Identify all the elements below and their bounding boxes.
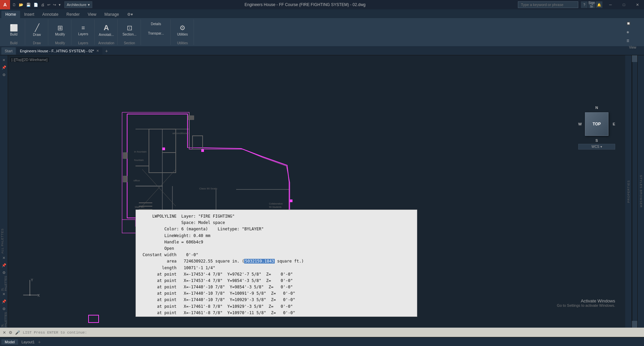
tab-render[interactable]: Render bbox=[62, 11, 84, 18]
tab-extra[interactable]: ⚙▾ bbox=[123, 11, 137, 18]
close-button[interactable]: ✕ bbox=[631, 0, 644, 9]
draw-button[interactable]: ╱ Draw bbox=[29, 21, 45, 40]
tab-manage[interactable]: Manage bbox=[100, 11, 123, 18]
build-button[interactable]: ⬜ Build bbox=[5, 21, 22, 40]
layers-icon: ≡ bbox=[82, 24, 85, 32]
svg-text:90 Students: 90 Students bbox=[269, 206, 282, 208]
plot-button[interactable]: 🖨 bbox=[40, 2, 46, 7]
utilities-button[interactable]: ⚙ Utilities bbox=[174, 21, 191, 40]
navcube-wcs[interactable]: WCS ▾ bbox=[578, 144, 615, 150]
more-qat-button[interactable]: ▾ bbox=[58, 2, 62, 7]
ribbon-group-build: ⬜ Build Build bbox=[3, 19, 25, 45]
tab-insert[interactable]: Insert bbox=[20, 11, 38, 18]
tab-start[interactable]: Start bbox=[1, 47, 16, 55]
viewport[interactable]: [-][Top][2D Wireframe] bbox=[8, 55, 625, 328]
transparent-button[interactable]: Transpar... bbox=[144, 29, 168, 38]
svg-rect-14 bbox=[201, 149, 204, 152]
restore-button[interactable]: □ bbox=[617, 0, 631, 9]
ribbon-group-draw: ╱ Draw Draw bbox=[26, 19, 48, 45]
viewcube[interactable]: N S W E TOP bbox=[578, 106, 615, 142]
ribbon-group-annotation: A Annotati... Annotation bbox=[95, 19, 118, 45]
svg-text:Male WC: Male WC bbox=[135, 206, 145, 208]
command-input[interactable] bbox=[23, 331, 641, 335]
workspace-selector[interactable]: Architecture ▾ bbox=[64, 1, 92, 8]
navcube-top[interactable]: TOP bbox=[585, 112, 608, 136]
tab-annotate[interactable]: Annotate bbox=[38, 11, 62, 18]
settings-btn-3[interactable]: ⚙ bbox=[1, 305, 7, 312]
ribbon-content: ⬜ Build Build ╱ Draw Draw ⊞ Modify bbox=[0, 18, 644, 46]
modify-button[interactable]: ⊞ Modify bbox=[52, 21, 68, 40]
tab-drawing[interactable]: Engineers House - F...HTING SYSTEM) - 02… bbox=[16, 47, 102, 55]
list-panel[interactable]: LWPOLYLINE Layer: "FIRE FIGHTING" Space:… bbox=[136, 210, 417, 317]
settings-btn-2[interactable]: ⚙ bbox=[1, 269, 7, 276]
save-button[interactable]: 💾 bbox=[25, 2, 32, 7]
palettes-label[interactable]: ALL PALETTES bbox=[1, 222, 7, 254]
axis-svg: Y X bbox=[18, 277, 42, 300]
cmd-mic-icon[interactable]: 🎤 bbox=[15, 330, 20, 335]
cmd-close-icon[interactable]: ✕ bbox=[3, 330, 6, 335]
tab-home[interactable]: Home bbox=[1, 11, 20, 18]
draw-icon: ╱ bbox=[35, 23, 39, 32]
settings-btn[interactable]: ⚙ bbox=[1, 71, 7, 78]
cmd-settings-icon[interactable]: ⚙ bbox=[9, 330, 12, 335]
pin-btn-3[interactable]: 📌 bbox=[1, 298, 7, 305]
sign-in-button[interactable]: Sign In bbox=[588, 1, 595, 8]
tab-view[interactable]: View bbox=[84, 11, 100, 18]
undo-button[interactable]: ↩ bbox=[46, 2, 51, 7]
svg-text:airconditioner: airconditioner bbox=[172, 132, 189, 135]
styles-browser-label: STYLES BROWSER bbox=[639, 175, 643, 208]
app-icon[interactable]: A bbox=[0, 0, 10, 9]
navigation-cube[interactable]: N S W E TOP WCS ▾ bbox=[578, 106, 615, 153]
window-title: Engineers House - FF Course (FIRE FIGHTI… bbox=[92, 2, 518, 7]
model-tab-model[interactable]: Model bbox=[1, 339, 18, 345]
close-tab-icon[interactable]: ✕ bbox=[96, 49, 99, 53]
ribbon-tabs: Home Insert Annotate Render View Manage … bbox=[0, 9, 644, 18]
annotation-button[interactable]: A Annotati... bbox=[98, 21, 115, 40]
quick-access-toolbar: 🗋 📂 💾 📄 🖨 ↩ ↪ ▾ bbox=[11, 2, 62, 7]
svg-text:fountain: fountain bbox=[134, 159, 144, 162]
palettes-3l-label[interactable]: 3L PALETTES bbox=[1, 313, 7, 326]
modify-group-label: Modify bbox=[55, 41, 65, 45]
draw-group-label: Draw bbox=[33, 41, 41, 45]
doc-tabs: Start Engineers House - F...HTING SYSTEM… bbox=[0, 47, 644, 55]
pin-btn[interactable]: 📌 bbox=[1, 64, 7, 71]
ribbon-group-view: 🔲 ⊕ ☰ View bbox=[624, 19, 641, 45]
close-btn-2[interactable]: ✕ bbox=[1, 254, 7, 261]
redo-button[interactable]: ↪ bbox=[52, 2, 57, 7]
details-button[interactable]: Details bbox=[144, 19, 168, 28]
properties-label[interactable]: PROPERTIES bbox=[627, 180, 630, 203]
view-orbit-btn[interactable]: ⊕ bbox=[627, 28, 639, 36]
help-button[interactable]: ? bbox=[581, 1, 588, 8]
svg-text:Y: Y bbox=[31, 278, 33, 282]
navcube-east: E bbox=[613, 122, 615, 126]
section-button[interactable]: ⊡ Section... bbox=[121, 21, 138, 40]
view-cube-btn[interactable]: 🔲 bbox=[627, 19, 639, 27]
model-tab-layout1[interactable]: Layout1 bbox=[18, 339, 38, 345]
svg-text:office: office bbox=[133, 179, 140, 182]
palettes-2l-label[interactable]: 2L PALETTES bbox=[1, 277, 7, 290]
svg-text:Class 90 Seats: Class 90 Seats bbox=[199, 187, 217, 190]
save-as-button[interactable]: 📄 bbox=[33, 2, 39, 7]
ribbon-group-details: Details Transpar... bbox=[142, 19, 171, 45]
view-list-btn[interactable]: ☰ bbox=[627, 37, 639, 45]
new-tab-button[interactable]: + bbox=[103, 47, 110, 55]
commandbar: ✕ ⚙ 🎤 bbox=[0, 328, 644, 337]
minimize-button[interactable]: ─ bbox=[604, 0, 617, 9]
new-button[interactable]: 🗋 bbox=[11, 2, 17, 7]
notification-button[interactable]: 🔔 bbox=[596, 1, 602, 8]
add-layout-button[interactable]: + bbox=[38, 339, 41, 345]
left-side-panels[interactable]: PROPERTIES bbox=[625, 55, 632, 328]
open-button[interactable]: 📂 bbox=[18, 2, 24, 7]
pin-btn-2[interactable]: 📌 bbox=[1, 262, 7, 269]
svg-rect-15 bbox=[290, 199, 292, 202]
svg-rect-13 bbox=[162, 148, 165, 150]
close-panel-btn[interactable]: ✕ bbox=[1, 57, 7, 63]
layers-button[interactable]: ≡ Layers bbox=[75, 21, 92, 40]
styles-browser[interactable]: STYLES BROWSER bbox=[637, 55, 644, 328]
right-scrollbar[interactable] bbox=[632, 55, 637, 328]
navcube-north: N bbox=[595, 106, 598, 110]
close-btn-3[interactable]: ✕ bbox=[1, 291, 7, 297]
search-input[interactable] bbox=[518, 1, 578, 8]
svg-rect-18 bbox=[123, 153, 127, 159]
svg-rect-19 bbox=[123, 176, 127, 182]
